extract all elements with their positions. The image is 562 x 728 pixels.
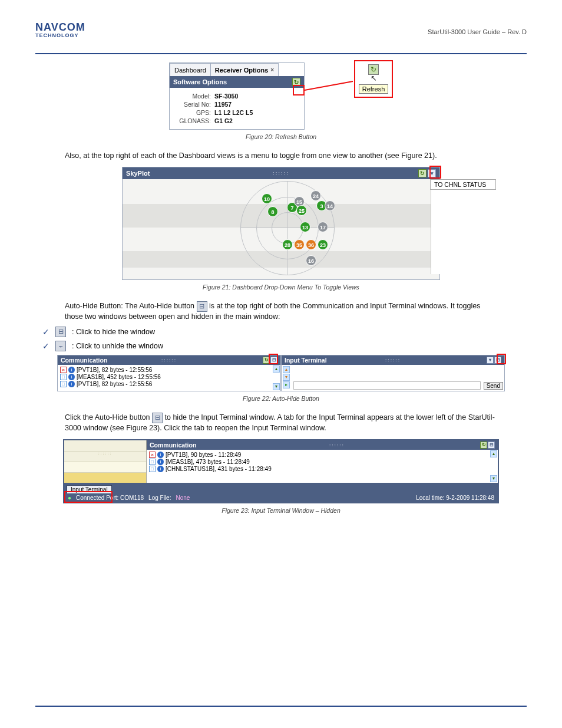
scroll-up-icon[interactable]: ▴ bbox=[490, 450, 497, 457]
message-info-icon: i bbox=[68, 374, 75, 380]
bullet-unhide-label: : Click to unhide the window bbox=[72, 342, 163, 350]
check-icon: ✓ bbox=[42, 341, 49, 351]
callout-line bbox=[305, 80, 358, 98]
bullet-hide-label: : Click to hide the window bbox=[72, 328, 155, 336]
skyplot-menu-item[interactable]: TO CHNL STATUS bbox=[430, 179, 496, 190]
brand-sub: TECHNOLOGY bbox=[35, 32, 85, 38]
history-up-icon[interactable]: ▴ bbox=[283, 366, 290, 373]
satellite-marker: 14 bbox=[325, 200, 335, 211]
comm-big-autohide-icon[interactable]: ⊟ bbox=[488, 442, 495, 449]
message-type-icon: □ bbox=[60, 374, 67, 380]
message-info-icon: i bbox=[68, 381, 75, 387]
history-run-icon[interactable]: ▸ bbox=[283, 381, 290, 388]
refresh-callout: ↻ ↖ Refresh bbox=[354, 60, 393, 98]
communication-titlebar-big: Communication :::::: ↻ ⊟ bbox=[147, 440, 498, 450]
software-options-label: Software Options bbox=[173, 78, 227, 85]
message-row: ×i[PVT1B], 82 bytes - 12:55:56 bbox=[60, 367, 278, 373]
close-icon[interactable]: × bbox=[270, 67, 274, 73]
info-value: G1 G2 bbox=[214, 117, 233, 124]
info-label: Model: bbox=[174, 93, 211, 100]
status-log-value: None bbox=[176, 495, 190, 501]
communication-body: ▴ ▾ ×i[PVT1B], 82 bytes - 12:55:56□i[MEA… bbox=[58, 365, 280, 391]
message-text: [MEAS1B], 452 bytes - 12:55:56 bbox=[77, 374, 161, 380]
software-options-bar: Software Options ↻ bbox=[170, 76, 304, 88]
status-bar: ● Connected Port: COM118 Log File: None … bbox=[64, 493, 498, 502]
skyplot-side-area: TO CHNL STATUS bbox=[431, 180, 537, 274]
info-label: GPS: bbox=[174, 109, 211, 116]
figure-23-caption: Figure 23: Input Terminal Window – Hidde… bbox=[222, 507, 340, 514]
scroll-up-icon[interactable]: ▴ bbox=[273, 365, 280, 373]
red-highlight-refresh bbox=[293, 85, 305, 95]
receiver-options-figure: Dashboard Receiver Options × Software Op… bbox=[169, 62, 393, 130]
skyplot-refresh-icon[interactable]: ↻ bbox=[418, 169, 427, 177]
message-row: □i[PVT1B], 82 bytes - 12:55:56 bbox=[60, 381, 278, 387]
red-highlight-input-tab bbox=[64, 491, 113, 503]
scroll-down-icon[interactable]: ▾ bbox=[273, 383, 280, 390]
message-text: [MEAS1B], 473 bytes - 11:28:49 bbox=[166, 459, 250, 465]
message-text: [PVT1B], 82 bytes - 12:55:56 bbox=[77, 381, 152, 387]
message-info-icon: i bbox=[157, 466, 164, 472]
command-input[interactable] bbox=[293, 381, 481, 390]
brand-main: NAVCOM bbox=[35, 21, 85, 34]
autohide-figure: Communication :::::: ↻ ⊟ ▴ ▾ ×i[PVT1B], … bbox=[57, 355, 505, 391]
hdr-line1: StarUtil-3000 User Guide – Rev. D bbox=[428, 28, 527, 35]
receiver-options-panel: Dashboard Receiver Options × Software Op… bbox=[169, 62, 305, 130]
refresh-tooltip: Refresh bbox=[359, 84, 388, 94]
grip-icon[interactable]: :::::: bbox=[329, 443, 345, 447]
check-icon: ✓ bbox=[42, 327, 49, 337]
autohide-icon: ⊟ bbox=[152, 413, 163, 423]
figure-21-caption: Figure 21: Dashboard Drop-Down Menu To T… bbox=[203, 284, 359, 291]
figure-22-caption: Figure 22: Auto-Hide Button bbox=[243, 395, 319, 402]
status-local-time: Local time: 9-2-2009 11:28:48 bbox=[416, 495, 494, 501]
bullet-unhide: ✓ ⫟ : Click to unhide the window bbox=[42, 341, 527, 351]
autohide-icon: ⊟ bbox=[197, 301, 207, 312]
tab-dashboard-label: Dashboard bbox=[174, 67, 206, 74]
communication-body-big: ▴ ▾ ×i[PVT1B], 90 bytes - 11:28:49□i[MEA… bbox=[147, 450, 498, 483]
info-label: Serial No: bbox=[174, 101, 211, 108]
message-text: [PVT1B], 90 bytes - 11:28:49 bbox=[166, 452, 241, 458]
message-type-icon: × bbox=[60, 367, 67, 373]
grip-icon[interactable]: :::::: bbox=[385, 358, 401, 362]
comm-big-refresh-icon[interactable]: ↻ bbox=[480, 442, 487, 449]
satellite-marker: 16 bbox=[306, 255, 316, 266]
satellite-marker: 28 bbox=[282, 239, 293, 250]
communication-panel-small: Communication :::::: ↻ ⊟ ▴ ▾ ×i[PVT1B], … bbox=[57, 355, 281, 391]
message-row: □i[MEAS1B], 452 bytes - 12:55:56 bbox=[60, 374, 278, 380]
info-label: GLONASS: bbox=[174, 117, 211, 124]
skyplot-title: SkyPlot bbox=[126, 170, 150, 177]
unhide-icon: ⫟ bbox=[55, 341, 66, 351]
grip-icon[interactable]: :::::: bbox=[273, 170, 289, 176]
message-type-icon: □ bbox=[149, 466, 156, 472]
message-type-icon: □ bbox=[60, 381, 67, 387]
input-terminal-panel-small: Input Terminal :::::: ▾ ⊟ ▴ ▾ ▸ Send bbox=[281, 355, 505, 391]
message-text: [PVT1B], 82 bytes - 12:55:56 bbox=[77, 367, 152, 373]
message-row: □i[CHNLSTATUS1B], 431 bytes - 11:28:49 bbox=[149, 466, 495, 472]
history-down-icon[interactable]: ▾ bbox=[283, 374, 290, 381]
satellite-marker: 35 bbox=[294, 239, 305, 250]
cursor-icon: ↖ bbox=[355, 74, 392, 83]
hidden-tab-row: Input Terminal bbox=[64, 483, 498, 493]
message-text: [CHNLSTATUS1B], 431 bytes - 11:28:49 bbox=[166, 466, 272, 472]
tab-receiver-options[interactable]: Receiver Options × bbox=[210, 63, 279, 76]
message-row: □i[MEAS1B], 473 bytes - 11:28:49 bbox=[149, 459, 495, 465]
input-terminal-title: Input Terminal bbox=[285, 357, 327, 364]
page-footer bbox=[35, 706, 527, 710]
skyplot-panel: SkyPlot :::::: ↻ ▾ 108715252431413172835… bbox=[122, 167, 440, 280]
satellite-marker: 23 bbox=[318, 239, 328, 250]
chart-placeholder: :::::: bbox=[64, 440, 147, 483]
grip-icon[interactable]: :::::: bbox=[161, 358, 177, 362]
send-button[interactable]: Send bbox=[484, 382, 503, 390]
message-info-icon: i bbox=[157, 452, 164, 458]
input-dropdown-icon[interactable]: ▾ bbox=[487, 357, 494, 364]
satellite-marker: 25 bbox=[296, 205, 307, 216]
tab-dashboard[interactable]: Dashboard bbox=[170, 63, 211, 76]
bullet-hide: ✓ ⊟ : Click to hide the window bbox=[42, 327, 527, 337]
skyplot-titlebar: SkyPlot :::::: ↻ ▾ bbox=[123, 167, 439, 179]
satellite-marker: 10 bbox=[262, 193, 272, 204]
info-value: 11957 bbox=[214, 101, 232, 108]
info-row: GPS:L1 L2 L2C L5 bbox=[174, 109, 299, 116]
hidden-input-figure: :::::: Communication :::::: ↻ ⊟ ▴ ▾ ×i[P… bbox=[63, 439, 499, 503]
scroll-down-icon[interactable]: ▾ bbox=[490, 475, 497, 482]
figure-20-caption: Figure 20: Refresh Button bbox=[246, 133, 316, 140]
communication-title-big: Communication bbox=[150, 442, 196, 449]
